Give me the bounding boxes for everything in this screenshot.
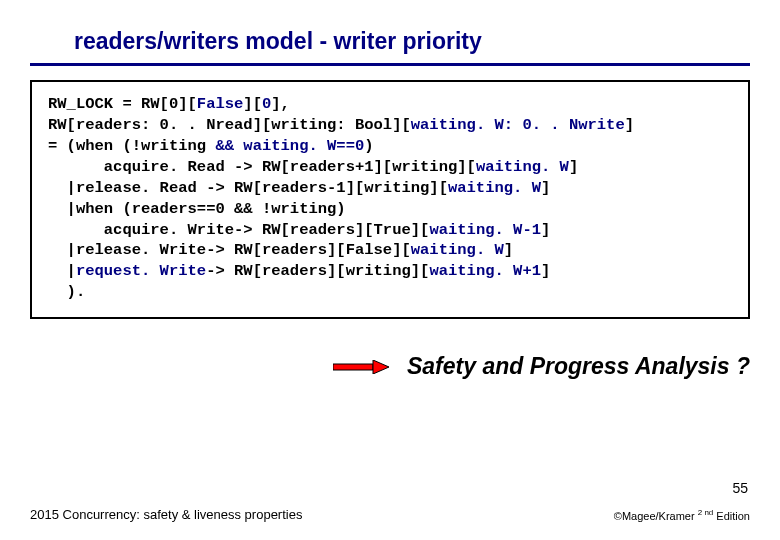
svg-marker-1 (373, 360, 389, 374)
slide: readers/writers model - writer priority … (0, 0, 780, 540)
question-row: Safety and Progress Analysis ? (0, 353, 750, 380)
code-line: ). (48, 283, 85, 301)
svg-rect-0 (333, 364, 373, 370)
slide-title: readers/writers model - writer priority (30, 0, 750, 66)
code-line: |release. Write-> RW[readers][False][wai… (48, 241, 513, 259)
code-block: RW_LOCK = RW[0][False][0], RW[readers: 0… (30, 80, 750, 319)
footer-left: 2015 Concurrency: safety & liveness prop… (30, 507, 302, 522)
code-line: acquire. Write-> RW[readers][True][waiti… (48, 221, 550, 239)
code-line: RW_LOCK = RW[0][False][0], (48, 95, 290, 113)
code-line: |when (readers==0 && !writing) (48, 200, 346, 218)
code-line: |request. Write-> RW[readers][writing][w… (48, 262, 550, 280)
question-text: Safety and Progress Analysis ? (407, 353, 750, 380)
page-number: 55 (732, 480, 748, 496)
footer-right: ©Magee/Kramer 2 nd Edition (614, 508, 750, 522)
code-line: |release. Read -> RW[readers-1][writing]… (48, 179, 550, 197)
code-line: = (when (!writing && waiting. W==0) (48, 137, 374, 155)
arrow-right-icon (333, 360, 389, 374)
code-line: RW[readers: 0. . Nread][writing: Bool][w… (48, 116, 634, 134)
code-line: acquire. Read -> RW[readers+1][writing][… (48, 158, 578, 176)
